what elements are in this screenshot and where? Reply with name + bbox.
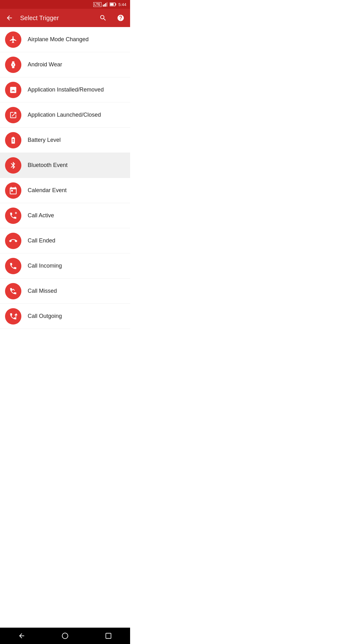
list-item[interactable]: Application Installed/Removed [0,77,130,103]
call-missed-icon [5,283,21,299]
call-missed-svg [9,287,17,295]
battery-level-label: Battery Level [28,137,61,143]
call-active-icon [5,208,21,224]
airplane-mode-label: Airplane Mode Changed [28,36,89,43]
call-incoming-icon [5,258,21,274]
android-wear-icon [5,57,21,73]
call-active-svg [9,212,17,220]
back-button[interactable] [3,11,16,25]
list-item[interactable]: Application Launched/Closed [0,103,130,128]
svg-rect-5 [115,3,116,5]
call-active-label: Call Active [28,212,54,219]
list-item[interactable]: Bluetooth Event [0,153,130,178]
bluetooth-icon [5,157,21,174]
help-button[interactable] [114,11,128,25]
call-missed-label: Call Missed [28,288,57,294]
lte-icon: LTE [93,2,101,7]
list-item[interactable]: Android Wear [0,52,130,77]
call-ended-label: Call Ended [28,237,55,244]
call-ended-svg [9,237,17,245]
help-icon [117,14,124,22]
app-bar: Select Trigger [0,9,130,27]
time-display: 5:44 [118,2,126,7]
bluetooth-svg [9,161,17,169]
battery-level-icon [5,132,21,148]
bluetooth-label: Bluetooth Event [28,162,68,169]
search-icon [99,14,107,22]
status-bar: LTE 5:44 [0,0,130,9]
svg-rect-3 [107,2,107,7]
calendar-label: Calendar Event [28,187,67,194]
back-arrow-icon [6,14,13,22]
list-item[interactable]: Battery Level [0,128,130,153]
page-title: Select Trigger [20,14,92,22]
trigger-list: Airplane Mode Changed Android Wear Appli… [0,27,130,329]
list-item[interactable]: Call Incoming [0,253,130,279]
svg-rect-6 [110,3,113,6]
list-item[interactable]: Call Ended [0,228,130,253]
app-install-svg [9,86,17,94]
call-ended-icon [5,233,21,249]
call-outgoing-label: Call Outgoing [28,313,62,319]
battery-svg [9,136,17,144]
svg-rect-2 [105,3,106,7]
call-outgoing-icon [5,308,21,325]
watch-svg [9,61,17,69]
airplane-svg [9,36,17,44]
app-launch-label: Application Launched/Closed [28,112,101,118]
app-install-icon [5,82,21,98]
app-install-label: Application Installed/Removed [28,86,104,93]
airplane-mode-icon [5,31,21,48]
calendar-icon [5,182,21,199]
status-icons: LTE [93,2,117,7]
app-launch-svg [9,111,17,119]
signal-icon [103,2,108,7]
call-outgoing-svg [9,312,17,320]
battery-status-icon [110,2,117,7]
list-item[interactable]: Calendar Event [0,178,130,203]
android-wear-label: Android Wear [28,61,62,68]
svg-rect-1 [104,4,105,7]
call-incoming-label: Call Incoming [28,263,62,269]
app-launch-icon [5,107,21,123]
list-item[interactable]: Call Missed [0,279,130,304]
calendar-svg [9,186,17,195]
svg-rect-0 [103,5,104,7]
list-item[interactable]: Call Outgoing [0,304,130,329]
call-incoming-svg [9,262,17,270]
list-item[interactable]: Airplane Mode Changed [0,27,130,52]
search-button[interactable] [96,11,110,25]
list-item[interactable]: Call Active [0,203,130,228]
